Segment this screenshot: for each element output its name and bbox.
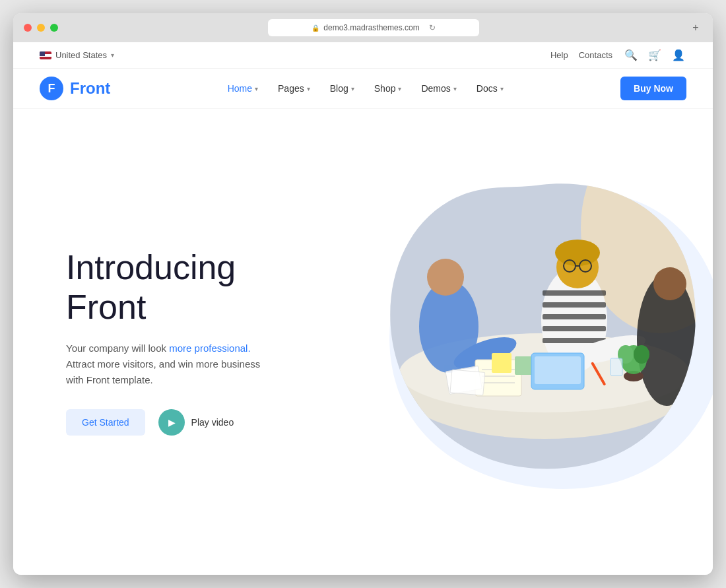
logo-icon: F [40,77,63,100]
nav-label-blog: Blog [330,83,348,94]
svg-rect-36 [450,370,485,395]
team-photo [383,175,706,478]
svg-rect-25 [492,353,512,373]
locale-chevron-icon: ▾ [111,51,114,59]
nav-link-blog[interactable]: Blog ▾ [322,78,362,99]
hero-title-line2: Front [66,288,146,326]
svg-rect-8 [543,290,606,296]
logo-name: Front [70,79,110,98]
nav-item-blog: Blog ▾ [322,78,362,99]
hero-section: Introducing Front Your company will look… [13,109,713,575]
nav-link-docs[interactable]: Docs ▾ [469,78,512,99]
minimize-btn[interactable] [37,24,45,32]
play-video-label: Play video [191,417,234,428]
svg-point-14 [555,240,600,266]
help-link[interactable]: Help [550,50,568,60]
svg-rect-26 [515,356,533,375]
svg-rect-11 [543,326,606,331]
nav-item-shop: Shop ▾ [366,78,410,99]
address-bar-container: 🔒 demo3.madrasthemes.com ↻ [103,19,644,36]
new-tab-button[interactable]: + [689,21,702,34]
locale-label: United States [55,50,107,60]
cart-icon[interactable]: 🛒 [647,48,663,63]
nav-link-demos[interactable]: Demos ▾ [413,78,464,99]
svg-rect-10 [543,314,606,319]
svg-rect-28 [535,356,581,384]
website-content: United States ▾ Help Contacts 🔍 🛒 👤 F Fr… [13,42,713,575]
nav-label-docs: Docs [477,83,498,94]
maximize-btn[interactable] [50,24,58,32]
nav-chevron-pages-icon: ▾ [307,85,310,92]
svg-point-5 [427,259,464,296]
browser-window: 🔒 demo3.madrasthemes.com ↻ + United Stat… [13,13,713,575]
nav-label-demos: Demos [421,83,450,94]
svg-point-32 [634,345,649,364]
logo-letter: F [48,82,55,96]
address-bar[interactable]: 🔒 demo3.madrasthemes.com ↻ [268,19,479,36]
nav-chevron-blog-icon: ▾ [351,85,354,92]
hero-image-container [356,162,713,511]
nav-item-demos: Demos ▾ [413,78,464,99]
hero-desc-suffix: Attract more visitors, and win more busi… [66,358,260,385]
svg-rect-9 [543,302,606,308]
logo[interactable]: F Front [40,77,110,100]
hero-title-line1: Introducing [66,248,236,286]
account-icon[interactable]: 👤 [671,48,686,63]
nav-item-pages: Pages ▾ [270,78,318,99]
locale-selector[interactable]: United States ▾ [40,50,114,60]
nav-chevron-demos-icon: ▾ [453,85,457,92]
play-icon: ▶ [158,409,185,436]
hero-description: Your company will look more professional… [66,341,264,388]
nav-link-home[interactable]: Home ▾ [220,78,266,99]
nav-item-home: Home ▾ [220,78,266,99]
nav-chevron-shop-icon: ▾ [398,85,401,92]
close-btn[interactable] [24,24,32,32]
nav-link-pages[interactable]: Pages ▾ [270,78,318,99]
hero-content: Introducing Front Your company will look… [66,248,264,436]
hero-desc-prefix: Your company will look [66,343,169,354]
hero-actions: Get Started ▶ Play video [66,409,264,436]
nav-label-pages: Pages [278,83,304,94]
svg-rect-34 [610,358,622,376]
main-nav: F Front Home ▾ Pages ▾ [13,69,713,109]
reload-icon[interactable]: ↻ [429,23,436,32]
lock-icon: 🔒 [312,24,319,32]
top-bar-icons: 🔍 🛒 👤 [623,48,686,63]
hero-desc-highlight: more professional. [169,343,250,354]
contacts-link[interactable]: Contacts [579,50,612,60]
svg-point-20 [653,267,686,300]
nav-chevron-docs-icon: ▾ [500,85,504,92]
nav-item-docs: Docs ▾ [469,78,512,99]
browser-titlebar: 🔒 demo3.madrasthemes.com ↻ + [13,13,713,42]
buy-now-button[interactable]: Buy Now [620,77,686,100]
nav-label-home: Home [228,83,252,94]
get-started-button[interactable]: Get Started [66,409,145,436]
nav-menu: Home ▾ Pages ▾ Blog ▾ [220,78,512,99]
nav-chevron-home-icon: ▾ [255,85,258,92]
hero-title: Introducing Front [66,248,264,327]
play-video-button[interactable]: ▶ Play video [158,409,234,436]
search-icon[interactable]: 🔍 [623,48,639,63]
flag-icon [40,51,51,59]
url-text: demo3.madrasthemes.com [323,23,419,32]
nav-link-shop[interactable]: Shop ▾ [366,78,410,99]
top-bar-right: Help Contacts 🔍 🛒 👤 [550,48,686,63]
nav-label-shop: Shop [374,83,396,94]
top-bar: United States ▾ Help Contacts 🔍 🛒 👤 [13,42,713,69]
